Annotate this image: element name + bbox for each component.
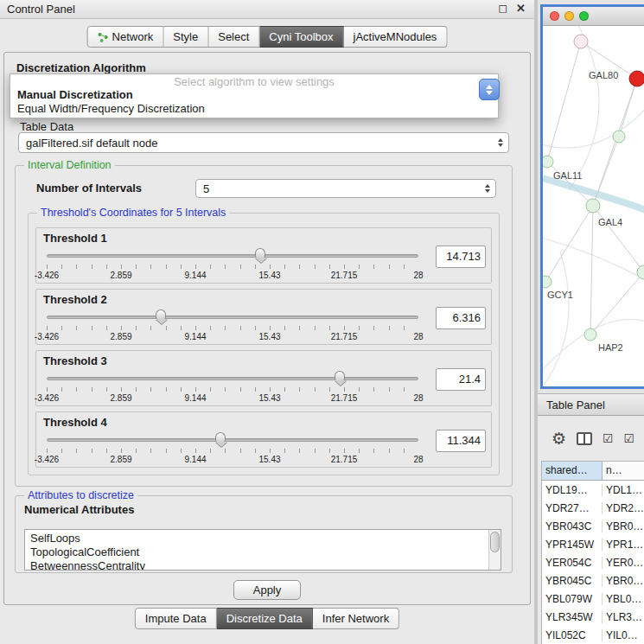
tick-label: 28	[413, 271, 423, 280]
threshold-value-field[interactable]: 14.713	[436, 245, 486, 268]
column-header[interactable]: shared…	[542, 462, 603, 480]
slider-ticks	[47, 387, 418, 392]
table-row[interactable]: YBR043CYBR0…	[542, 517, 644, 535]
list-item[interactable]: SelfLoops	[30, 532, 501, 545]
tab-impute-data[interactable]: Impute Data	[135, 608, 217, 629]
network-node[interactable]	[586, 199, 600, 213]
table-panel-title: Table Panel	[546, 399, 605, 411]
number-of-intervals-combo[interactable]: 5	[195, 179, 496, 198]
popup-option[interactable]: Manual Discretization	[10, 88, 498, 102]
network-node[interactable]	[629, 71, 644, 86]
slider-thumb[interactable]	[335, 371, 345, 380]
tab-style[interactable]: Style	[163, 26, 208, 48]
popup-option[interactable]: Equal Width/Frequency Discretization	[10, 102, 498, 116]
threshold-3-slider[interactable]: -3.426 2.859 9.144 15.43 21.715 28	[47, 370, 418, 405]
attributes-group: Attributes to discretize Numerical Attri…	[15, 495, 513, 573]
table-row[interactable]: YBL079WYBL0…	[542, 590, 644, 608]
list-item[interactable]: BetweennessCentrality	[30, 559, 501, 571]
table-row[interactable]: YPR145WYPR1…	[542, 535, 644, 553]
slider-track[interactable]	[47, 316, 418, 319]
tab-label: Network	[112, 30, 154, 43]
table-row[interactable]: YIL052CYIL0…	[542, 626, 644, 644]
interval-definition-group: Interval Definition Number of Intervals …	[15, 165, 513, 487]
network-canvas[interactable]: GAL80GAL11GAL4GCY1HAP2	[543, 26, 644, 386]
table-panel-header[interactable]: Table Panel	[538, 393, 644, 416]
window-title: Control Panel	[7, 3, 75, 16]
select-all-columns-icon[interactable]: ☑	[603, 432, 614, 444]
network-node[interactable]	[613, 131, 625, 143]
threshold-4-panel: Threshold 4 -3.426 2.859 9.144 15.43 21.…	[35, 411, 492, 468]
tab-infer-network[interactable]: Infer Network	[313, 608, 399, 629]
table-row[interactable]: YDL19…YDL1…	[542, 481, 644, 499]
minimize-button[interactable]	[564, 11, 574, 21]
list-scrollbar[interactable]	[488, 530, 501, 570]
threshold-value-field[interactable]: 11.344	[436, 430, 486, 452]
number-of-intervals-value: 5	[203, 182, 209, 195]
slider-thumb[interactable]	[215, 432, 226, 442]
numerical-attributes-list[interactable]: SelfLoopsTopologicalCoefficientBetweenne…	[24, 529, 501, 571]
network-window-titlebar[interactable]	[543, 7, 644, 26]
slider-thumb[interactable]	[156, 309, 166, 319]
table-row[interactable]: YBR045CYBR0…	[542, 571, 644, 590]
table-data-label: Table Data	[20, 120, 73, 133]
network-edge	[619, 79, 637, 137]
slider-ticks	[47, 326, 418, 330]
close-icon[interactable]: ✕	[516, 2, 526, 15]
network-node[interactable]	[584, 328, 596, 341]
table-row[interactable]: YLR345WYLR3…	[542, 608, 644, 626]
threshold-value-field[interactable]: 21.4	[436, 368, 486, 391]
threshold-2-slider[interactable]: -3.426 2.859 9.144 15.43 21.715 28	[47, 309, 418, 343]
threshold-4-slider[interactable]: -3.426 2.859 9.144 15.43 21.715 28	[47, 431, 418, 466]
threshold-3-panel: Threshold 3 -3.426 2.859 9.144 15.43 21.…	[35, 350, 492, 406]
columns-icon[interactable]	[577, 432, 592, 445]
node-label: GAL4	[598, 217, 622, 227]
tab-label: Infer Network	[322, 612, 389, 625]
float-window-icon[interactable]: ◻	[498, 2, 507, 15]
discretization-algorithm-label: Discretization Algorithm	[16, 61, 146, 74]
network-node[interactable]	[574, 35, 588, 48]
chevron-up-icon	[486, 85, 493, 89]
slider-track[interactable]	[47, 254, 418, 258]
column-header[interactable]: n…	[603, 462, 644, 480]
table-cell: YIL0…	[603, 629, 644, 641]
close-button[interactable]	[550, 11, 559, 21]
list-item[interactable]: TopologicalCoefficient	[30, 545, 501, 559]
tick-label: 2.859	[110, 455, 131, 464]
apply-button[interactable]: Apply	[233, 580, 301, 600]
table-cell: YDL1…	[603, 484, 644, 496]
slider-track[interactable]	[47, 438, 418, 442]
control-panel-window: Control Panel ◻ ✕ NetworkStyleSelectCyni…	[0, 0, 534, 644]
tab-discretize-data[interactable]: Discretize Data	[217, 608, 313, 629]
tab-network[interactable]: Network	[87, 26, 164, 48]
network-node[interactable]	[543, 276, 552, 288]
slider-scale: -3.426 2.859 9.144 15.43 21.715 28	[47, 332, 418, 342]
zoom-button[interactable]	[579, 11, 589, 21]
network-tab-icon	[98, 31, 109, 42]
top-tab-bar: NetworkStyleSelectCyni ToolboxjActiveMNo…	[87, 26, 448, 48]
scrollbar-thumb[interactable]	[490, 532, 500, 552]
network-view-window[interactable]: GAL80GAL11GAL4GCY1HAP2	[540, 4, 644, 389]
threshold-value-field[interactable]: 6.316	[436, 307, 486, 329]
gear-icon[interactable]: ⚙	[552, 430, 566, 447]
slider-thumb[interactable]	[255, 248, 265, 258]
slider-scale: -3.426 2.859 9.144 15.43 21.715 28	[47, 393, 418, 404]
tab-select[interactable]: Select	[208, 26, 259, 48]
tick-label: -3.426	[35, 393, 59, 403]
table-cell: YPR1…	[603, 539, 644, 551]
tab-jactivemnodules[interactable]: jActiveMNodules	[344, 26, 448, 48]
network-canvas-wrap: GAL80GAL11GAL4GCY1HAP2	[543, 26, 644, 386]
network-node[interactable]	[543, 156, 553, 168]
select-all-rows-icon[interactable]: ☑	[624, 432, 635, 444]
network-node[interactable]	[637, 265, 644, 279]
slider-track[interactable]	[47, 377, 418, 380]
table-row[interactable]: YER054CYER0…	[542, 553, 644, 571]
tick-label: 21.715	[331, 332, 358, 341]
node-label: HAP2	[598, 342, 623, 353]
table-data-combo[interactable]: galFiltered.sif default node	[18, 132, 509, 153]
algorithm-combo-button[interactable]	[479, 79, 500, 100]
tick-label: 15.43	[258, 455, 280, 464]
threshold-1-slider[interactable]: -3.426 2.859 9.144 15.43 21.715 28	[47, 247, 418, 282]
tab-cyni-toolbox[interactable]: Cyni Toolbox	[259, 26, 343, 48]
table-row[interactable]: YDR27…YDR2…	[542, 499, 644, 517]
attributes-legend: Attributes to discretize	[24, 489, 137, 501]
